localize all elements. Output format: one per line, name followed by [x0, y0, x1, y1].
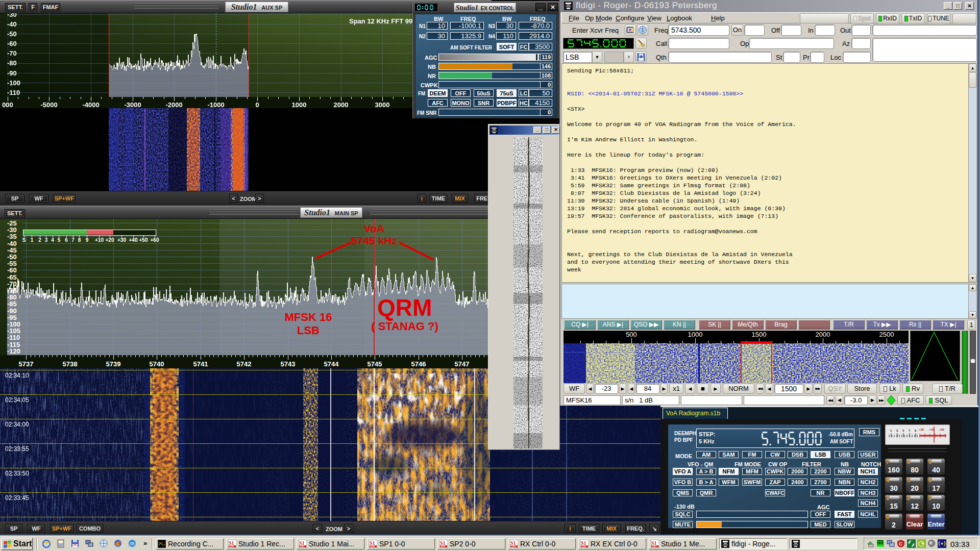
svg-text:2000: 2000 [334, 101, 349, 109]
svg-text:-3000: -3000 [124, 101, 141, 109]
svg-text:( STANAG ?): ( STANAG ?) [371, 320, 438, 333]
svg-text:SDR: SDR [440, 545, 446, 548]
svg-text:5742: 5742 [237, 360, 252, 368]
svg-text:-40: -40 [7, 20, 17, 28]
svg-text:-120: -120 [7, 347, 20, 355]
svg-text:+50: +50 [139, 237, 148, 243]
svg-text:02:34:05: 02:34:05 [5, 396, 29, 404]
svg-text:m: m [130, 541, 134, 546]
svg-text:-60: -60 [7, 40, 17, 47]
svg-text:-100: -100 [7, 79, 20, 87]
svg-text:-110: -110 [7, 334, 20, 341]
svg-text:Span 12 KHz FFT 99: Span 12 KHz FFT 99 [349, 17, 412, 25]
svg-text:5740: 5740 [150, 360, 164, 368]
svg-text:+40: +40 [929, 428, 935, 431]
svg-text:1000: 1000 [688, 331, 703, 338]
svg-text:1500: 1500 [752, 331, 767, 338]
svg-text:-80: -80 [7, 59, 17, 67]
svg-text:C: C [899, 541, 903, 546]
svg-text:4: 4 [51, 237, 54, 243]
svg-text:5: 5 [58, 237, 61, 243]
svg-text:5741: 5741 [193, 360, 208, 368]
svg-text:02:33:50: 02:33:50 [5, 470, 29, 477]
svg-text:500: 500 [626, 331, 637, 338]
svg-text:3: 3 [45, 237, 48, 243]
svg-text:02:33:45: 02:33:45 [5, 494, 29, 502]
svg-text:2500: 2500 [879, 331, 894, 338]
svg-text:5745: 5745 [368, 360, 382, 368]
svg-text:-70: -70 [7, 49, 17, 57]
svg-text:02:34:00: 02:34:00 [5, 421, 29, 428]
svg-text:SDR: SDR [511, 545, 516, 548]
svg-text:5737: 5737 [19, 360, 34, 368]
svg-text:+10: +10 [95, 237, 104, 243]
svg-text:3000: 3000 [375, 101, 390, 109]
svg-text:-85: -85 [7, 300, 17, 308]
svg-text:000: 000 [2, 101, 13, 109]
svg-text:5747: 5747 [455, 360, 470, 368]
svg-text:MFSK 16: MFSK 16 [285, 311, 332, 323]
svg-text:5744: 5744 [324, 360, 339, 368]
svg-text:+20: +20 [919, 428, 924, 431]
svg-text:bias: bias [159, 541, 163, 544]
svg-text:-4000: -4000 [82, 101, 99, 109]
svg-text:2: 2 [38, 237, 41, 243]
svg-text:-110: -110 [7, 89, 20, 96]
svg-text:-1000: -1000 [207, 101, 224, 109]
svg-text:-35: -35 [7, 233, 17, 240]
svg-text:QRM: QRM [377, 294, 432, 321]
svg-text:1: 1 [31, 237, 34, 243]
svg-text:SDR: SDR [581, 545, 586, 548]
svg-text:+20: +20 [106, 237, 114, 243]
svg-text:+30: +30 [117, 237, 126, 243]
svg-text:S: S [22, 237, 26, 243]
svg-text:-30: -30 [7, 13, 17, 18]
svg-text:5739: 5739 [106, 360, 121, 368]
svg-text:7: 7 [71, 237, 75, 243]
svg-text:1000: 1000 [292, 101, 307, 109]
svg-text:9: 9 [86, 237, 89, 243]
svg-text:-90: -90 [7, 69, 17, 77]
svg-text:LSB: LSB [297, 324, 320, 337]
svg-text:-60: -60 [7, 266, 17, 274]
svg-text:5738: 5738 [63, 360, 78, 368]
svg-text:+40: +40 [129, 237, 138, 243]
svg-text:SDR: SDR [300, 545, 305, 548]
svg-text:SDR: SDR [370, 545, 375, 548]
svg-text:-2000: -2000 [165, 101, 182, 109]
svg-text:0: 0 [255, 101, 259, 109]
svg-text:5745 kHz: 5745 kHz [351, 235, 397, 246]
svg-text:VoA: VoA [364, 222, 384, 234]
svg-text:SDR: SDR [652, 545, 657, 548]
svg-text:5743: 5743 [281, 360, 296, 368]
svg-text:2000: 2000 [816, 331, 830, 338]
svg-text:6: 6 [65, 237, 68, 243]
svg-text:-5000: -5000 [40, 101, 57, 109]
svg-text:-50: -50 [7, 30, 17, 38]
svg-text:+60: +60 [151, 237, 159, 243]
svg-text:5746: 5746 [411, 360, 426, 368]
svg-text:02:34:10: 02:34:10 [5, 372, 29, 379]
svg-text:+60: +60 [939, 428, 945, 431]
svg-text:8: 8 [78, 237, 81, 243]
svg-text:SDR: SDR [229, 545, 234, 548]
svg-text:02:33:55: 02:33:55 [5, 445, 29, 453]
